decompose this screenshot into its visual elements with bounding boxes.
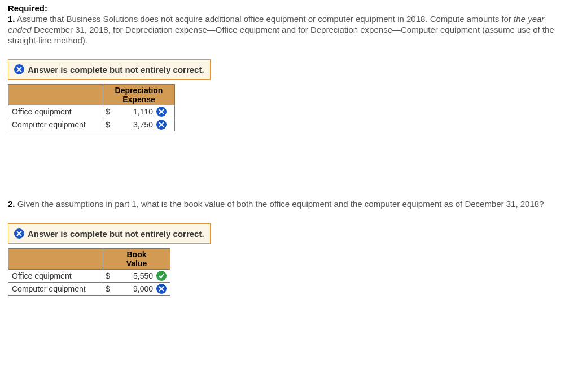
table-row: Office equipment $ 5,550 [8, 270, 170, 283]
check-icon [156, 271, 167, 281]
q1-number: 1. [8, 14, 15, 24]
row-amount: 3,750 [117, 118, 155, 131]
q2-text: Given the assumptions in part 1, what is… [17, 199, 544, 209]
table-blank-header [8, 249, 103, 270]
table-blank-header [8, 85, 103, 105]
table-row: Office equipment $ 1,110 [8, 105, 175, 118]
cross-icon [156, 284, 167, 294]
alert-text: Answer is complete but not entirely corr… [28, 65, 204, 74]
row-status [155, 118, 175, 131]
alert-text: Answer is complete but not entirely corr… [28, 229, 204, 239]
cross-icon [14, 228, 24, 239]
q1-text-b: December 31, 2018, for Depreciation expe… [8, 25, 554, 45]
depreciation-table: Depreciation Expense Office equipment $ … [8, 84, 175, 131]
question-1: 1. Assume that Business Solutions does n… [8, 14, 570, 46]
feedback-alert-1: Answer is complete but not entirely corr… [8, 59, 211, 80]
cross-icon [156, 107, 167, 117]
row-status [155, 283, 170, 296]
row-amount: 5,550 [117, 270, 155, 283]
cross-icon [14, 64, 24, 74]
row-currency: $ [103, 105, 117, 118]
row-status [155, 105, 175, 118]
row-currency: $ [103, 118, 117, 131]
row-label: Computer equipment [8, 118, 103, 131]
question-2: 2. Given the assumptions in part 1, what… [8, 199, 570, 210]
row-currency: $ [103, 283, 117, 296]
book-value-table: Book Value Office equipment $ 5,550 Comp… [8, 248, 170, 296]
feedback-alert-2: Answer is complete but not entirely corr… [8, 223, 211, 244]
table-header: Depreciation Expense [103, 85, 175, 105]
row-amount: 9,000 [117, 283, 155, 296]
q1-text-a: Assume that Business Solutions does not … [17, 14, 514, 24]
table-header: Book Value [103, 249, 170, 270]
row-label: Office equipment [8, 105, 103, 118]
row-amount: 1,110 [117, 105, 155, 118]
q2-number: 2. [8, 199, 15, 209]
required-heading: Required: [8, 3, 570, 13]
row-label: Computer equipment [8, 283, 103, 296]
table-row: Computer equipment $ 3,750 [8, 118, 175, 131]
table-row: Computer equipment $ 9,000 [8, 283, 170, 296]
row-status [155, 270, 170, 283]
row-currency: $ [103, 270, 117, 283]
row-label: Office equipment [8, 270, 103, 283]
cross-icon [156, 120, 167, 130]
